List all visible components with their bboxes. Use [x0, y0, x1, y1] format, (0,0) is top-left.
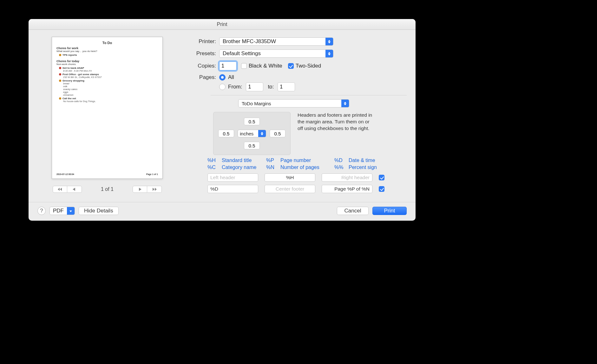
preview-li: bread [63, 82, 158, 85]
updown-icon [341, 100, 349, 107]
token: %% [334, 165, 349, 170]
presets-select[interactable]: Default Settings [219, 49, 333, 58]
left-footer-input[interactable] [207, 185, 258, 193]
pdf-menu[interactable]: PDF [49, 207, 75, 215]
titlebar: Print [29, 19, 416, 30]
pager: 1 of 1 [37, 186, 177, 193]
print-dialog: Print To Do Chores for work What would y… [29, 19, 416, 221]
updown-icon [325, 38, 333, 45]
hide-details-button[interactable]: Hide Details [79, 207, 119, 215]
token: %N [266, 165, 280, 170]
units-select[interactable]: inches [238, 130, 266, 137]
from-label: From: [228, 84, 242, 90]
copies-label: Copies: [186, 63, 216, 69]
token: %P [266, 158, 280, 163]
preview-cat1-desc: What would you say… you do here? [56, 50, 158, 53]
two-sided-checkbox[interactable] [288, 63, 294, 69]
token-label: Date & time [349, 158, 393, 163]
to-label: to: [268, 84, 274, 90]
help-button[interactable]: ? [37, 207, 46, 215]
form-column: Printer: Brother MFC-J835DW Presets: Def… [186, 37, 407, 196]
presets-value: Default Settings [220, 50, 325, 57]
preview-item: Get to bank ASAP [59, 67, 158, 69]
pdf-label: PDF [50, 208, 67, 214]
pages-to-input[interactable] [278, 82, 295, 91]
print-button[interactable]: Print [372, 207, 407, 215]
token: %C [207, 165, 222, 170]
margin-bottom-input[interactable] [244, 142, 260, 149]
preview-item: Grocery shopping [59, 79, 158, 82]
chevron-down-icon [67, 207, 75, 215]
margins-help-text: Headers and footers are printed in the m… [298, 112, 374, 155]
first-page-button[interactable] [53, 186, 67, 193]
center-header-input[interactable] [265, 173, 315, 182]
pages-from-input[interactable] [246, 82, 263, 91]
preview-footer-right: Page 1 of 1 [146, 173, 158, 175]
updown-icon [325, 50, 333, 57]
divider [211, 95, 407, 95]
margin-right-input[interactable] [270, 130, 285, 137]
panel-select[interactable]: ToDo Margins [238, 99, 349, 107]
preview-item: Post Office - get some stamps [59, 73, 158, 76]
token-label: Percent sign [349, 165, 393, 170]
preview-li: cinnamon [63, 94, 158, 96]
left-header-input[interactable] [207, 173, 258, 182]
preview-li: snacky cakes [63, 88, 158, 91]
printer-value: Brother MFC-J835DW [220, 38, 325, 45]
preview-title: To Do [56, 41, 158, 45]
token-label: Standard title [222, 158, 266, 163]
presets-label: Presets: [186, 50, 216, 57]
margins-box: inches [213, 112, 291, 155]
preview-column: To Do Chores for work What would you say… [37, 37, 177, 196]
bw-checkbox[interactable] [241, 63, 247, 69]
bw-label: Black & White [249, 63, 282, 69]
margin-top-input[interactable] [244, 118, 260, 125]
page-preview: To Do Chores for work What would you say… [52, 37, 163, 179]
pages-all-label: All [228, 74, 234, 81]
right-header-input[interactable] [322, 173, 372, 182]
token: %H [207, 158, 222, 163]
bottom-bar: ? PDF Hide Details Cancel Print [29, 202, 416, 221]
page-indicator: 1 of 1 [101, 186, 114, 192]
center-footer-input[interactable] [265, 185, 315, 193]
token: %D [334, 158, 349, 163]
updown-icon [258, 130, 266, 137]
preview-sub: 8:30 AM - 5:30 PM Mon-Fri [63, 69, 158, 72]
header-enabled-checkbox[interactable] [379, 175, 384, 180]
next-page-button[interactable] [133, 186, 147, 193]
prev-page-button[interactable] [67, 186, 82, 193]
copies-input[interactable] [219, 62, 237, 70]
preview-sub: No house-calls for Dog Things. [63, 100, 158, 103]
right-footer-input[interactable] [322, 185, 372, 193]
preview-item: TPS reports [59, 54, 158, 56]
token-label: Category name [222, 165, 266, 170]
printer-select[interactable]: Brother MFC-J835DW [219, 37, 333, 46]
units-value: inches [238, 131, 258, 136]
footer-enabled-checkbox[interactable] [379, 186, 384, 192]
preview-cat1: Chores for work [56, 47, 158, 50]
last-page-button[interactable] [147, 186, 162, 193]
preview-sub: 232 W 8th St., Coffeyville, KS 67337 [63, 76, 158, 79]
pages-all-radio[interactable] [219, 74, 226, 81]
margin-left-input[interactable] [218, 130, 234, 137]
cancel-button[interactable]: Cancel [337, 207, 369, 215]
token-label: Number of pages [280, 165, 334, 170]
token-label: Page number [280, 158, 334, 163]
preview-cat2: Chores for today [56, 60, 158, 63]
preview-cat2-desc: Non-work chores. [56, 63, 158, 66]
window-title: Print [217, 22, 227, 27]
pages-range-radio[interactable] [219, 84, 226, 90]
preview-item: Call the vet [59, 97, 158, 100]
printer-label: Printer: [186, 38, 216, 45]
preview-footer-left: 2019-07-12 00:04 [56, 173, 74, 175]
two-sided-label: Two-Sided [296, 63, 321, 69]
preview-li: milk [63, 85, 158, 88]
token-legend: %HStandard title %PPage number %DDate & … [207, 158, 407, 170]
preview-li: eggs [63, 91, 158, 94]
panel-value: ToDo Margins [239, 101, 341, 106]
pages-label: Pages: [186, 74, 216, 81]
